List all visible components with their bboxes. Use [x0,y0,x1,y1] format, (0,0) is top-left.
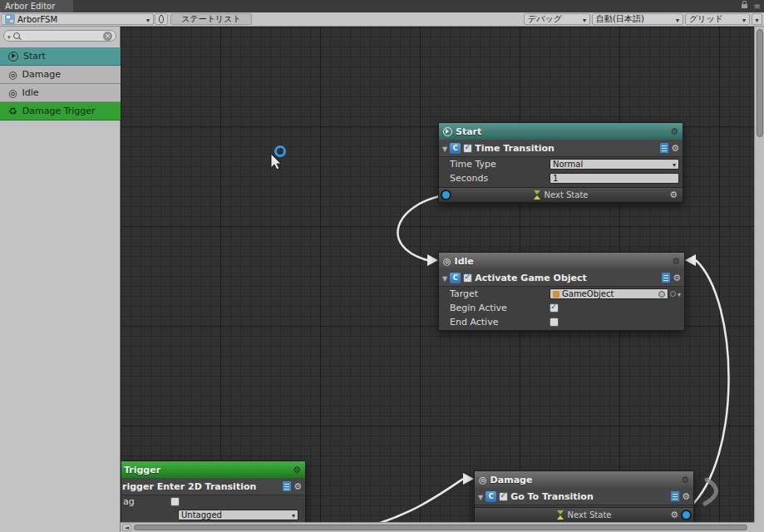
gear-icon[interactable] [671,143,679,154]
target-object-field[interactable]: GameObject [550,288,668,299]
state-link-connector[interactable] [441,190,451,200]
start-state-icon [8,52,18,62]
behaviour-script-icon: C [450,273,461,283]
behavior-header[interactable]: C Go To Transition [475,488,693,505]
script-doc-icon[interactable] [283,481,291,491]
state-list-tab[interactable]: ステートリスト [170,13,252,25]
hourglass-icon [557,510,564,520]
behaviour-script-icon: C [486,491,496,502]
arrow-into-damage-left[interactable] [463,473,474,485]
state-link-connector[interactable] [681,510,692,520]
time-type-dropdown[interactable]: Normal [550,159,679,170]
sidebar-item-damage[interactable]: ◎ Damage [0,66,121,84]
script-doc-icon[interactable] [671,491,679,501]
behaviour-enabled-checkbox[interactable] [463,144,472,153]
tag-dropdown[interactable]: Untagged [178,510,298,520]
gear-icon[interactable] [670,126,678,137]
behavior-title: Time Transition [475,143,555,154]
wire-start-to-idle[interactable] [398,195,444,260]
gear-icon[interactable] [293,465,301,475]
tag-checkbox[interactable] [170,497,180,506]
sidebar-item-damage-trigger[interactable]: ♻ Damage Trigger [0,102,121,121]
clear-search-icon[interactable] [103,32,112,41]
script-doc-icon[interactable] [660,143,668,153]
wire-trigger-to-damage[interactable] [328,479,463,522]
highlight-button[interactable] [155,13,168,25]
flexible-field-dot-icon[interactable] [670,291,676,297]
window-menu-icon[interactable]: ≡ [754,0,761,12]
node-idle-header[interactable]: ◎ Idle [439,253,684,269]
node-title: Idle [455,256,474,267]
lock-icon[interactable] [742,4,747,8]
gear-icon[interactable] [681,475,689,485]
state-list-tab-label: ステートリスト [181,13,240,25]
search-filter-caret-icon[interactable] [7,31,11,42]
script-doc-icon[interactable] [662,273,670,283]
next-state-label: Next State [545,190,589,200]
node-damage-trigger[interactable]: Trigger rigger Enter 2D Transition ag Un… [121,461,306,522]
foldout-icon[interactable] [442,273,447,283]
property-row: Untagged [121,508,305,521]
behavior-header[interactable]: C Time Transition [439,140,683,157]
gear-icon[interactable] [682,491,690,502]
chevron-down-icon [583,15,586,24]
end-active-checkbox[interactable] [550,318,559,327]
chevron-down-icon[interactable] [678,288,681,299]
vertical-scrollbar-thumb[interactable] [757,29,763,137]
state-icon: ◎ [8,70,17,80]
window-tab-label: Arbor Editor [5,2,55,11]
begin-active-checkbox[interactable] [550,303,559,313]
gear-icon[interactable] [672,256,680,267]
state-icon: ◎ [479,475,487,485]
horizontal-scrollbar-thumb[interactable] [134,525,747,530]
gear-icon[interactable] [669,190,678,200]
node-idle[interactable]: ◎ Idle C Activate Game Object Target Gam… [438,252,685,331]
behavior-header[interactable]: C Activate Game Object [439,269,684,287]
node-start-header[interactable]: Start [439,123,683,140]
graph-selector-dropdown[interactable]: ArborFSM [1,13,154,25]
gear-icon[interactable] [673,273,681,283]
resident-state-icon: ♻ [8,106,17,116]
arrow-into-idle-left[interactable] [427,254,438,266]
graph-canvas[interactable]: Start C Time Transition Time Type Normal… [121,27,754,522]
seconds-input[interactable]: 1 [550,173,679,184]
next-state-label: Next State [568,510,612,520]
debug-dropdown[interactable]: デバッグ [524,13,590,25]
arrow-into-idle-right[interactable] [685,254,696,266]
drag-connector-ring[interactable] [276,147,285,156]
gear-icon[interactable] [670,510,678,520]
sidebar-item-idle[interactable]: ◎ Idle [0,84,121,102]
foldout-icon[interactable] [478,491,483,502]
node-trigger-header[interactable]: Trigger [121,461,305,478]
seconds-value: 1 [553,174,558,183]
wire-damage-to-idle[interactable] [689,260,729,508]
chevron-down-icon [676,15,679,24]
window-tab[interactable]: Arbor Editor [0,0,73,12]
state-list-panel: Start ◎ Damage ◎ Idle ♻ Damage Trigger [0,27,121,532]
property-row: End Active [439,315,684,329]
sidebar-item-start[interactable]: Start [0,47,121,66]
gear-icon[interactable] [293,481,302,492]
node-start[interactable]: Start C Time Transition Time Type Normal… [438,122,683,203]
search-box[interactable] [3,30,116,42]
behavior-header[interactable]: rigger Enter 2D Transition [121,478,305,495]
node-damage-header[interactable]: ◎ Damage [475,471,693,488]
sidebar-item-label: Damage Trigger [22,106,96,116]
grid-dropdown[interactable]: グリッド [685,13,750,25]
scroll-left-arrow[interactable]: ◄ [122,524,131,531]
node-damage[interactable]: ◎ Damage C Go To Transition Next State [474,470,694,522]
search-input[interactable] [22,31,101,41]
behaviour-enabled-checkbox[interactable] [499,492,508,501]
overflow-dropdown[interactable] [752,13,762,25]
property-label: Begin Active [450,303,548,313]
property-row: ag [121,495,305,508]
vertical-scrollbar[interactable] [754,27,764,522]
horizontal-scrollbar[interactable]: ◄ [121,522,754,532]
foldout-icon[interactable] [442,143,447,154]
language-dropdown[interactable]: 自動(日本語) [592,13,683,25]
next-state-bar[interactable]: Next State [439,187,683,202]
object-picker-icon[interactable] [658,291,665,298]
behaviour-enabled-checkbox[interactable] [463,273,472,283]
next-state-bar[interactable]: Next State [475,507,693,522]
scrollbar-corner [754,522,764,532]
